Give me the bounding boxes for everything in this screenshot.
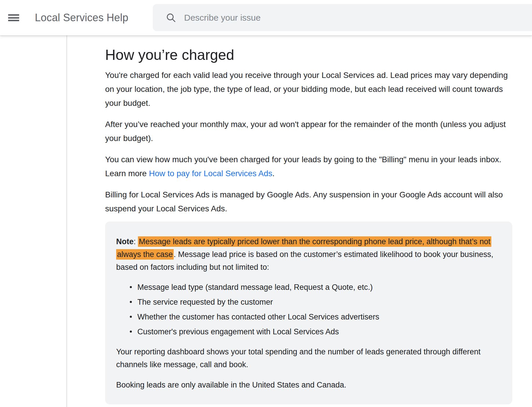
list-item: Whether the customer has contacted other… — [137, 311, 500, 323]
paragraph-billing-menu: You can view how much you've been charge… — [105, 153, 512, 181]
paragraph-monthly-max: After you’ve reached your monthly max, y… — [105, 117, 512, 145]
note-paragraph-reporting: Your reporting dashboard shows your tota… — [116, 345, 500, 371]
note-separator: : — [134, 237, 138, 246]
app-title: Local Services Help — [35, 12, 128, 24]
paragraph-billing-menu-period: . — [272, 169, 275, 178]
paragraph-charged: You're charged for each valid lead you r… — [105, 68, 512, 110]
note-bullet-list: Message lead type (standard message lead… — [116, 281, 500, 338]
how-to-pay-link[interactable]: How to pay for Local Services Ads — [149, 169, 272, 178]
app-header: Local Services Help — [0, 0, 532, 35]
list-item: Message lead type (standard message lead… — [137, 281, 500, 293]
note-lead: Note: Message leads are typically priced… — [116, 235, 500, 274]
list-item: Customer's previous engagement with Loca… — [137, 326, 500, 338]
search-bar[interactable] — [153, 4, 532, 31]
note-paragraph-booking: Booking leads are only available in the … — [116, 379, 500, 391]
menu-button[interactable] — [8, 14, 19, 21]
sidebar — [0, 35, 67, 407]
paragraph-google-ads: Billing for Local Services Ads is manage… — [105, 188, 512, 216]
page-title: How you’re charged — [105, 46, 512, 64]
search-icon — [166, 12, 177, 23]
note-box: Note: Message leads are typically priced… — [105, 222, 512, 404]
hamburger-icon — [8, 14, 19, 16]
search-input[interactable] — [184, 13, 445, 23]
list-item: The service requested by the customer — [137, 296, 500, 308]
main-content: How you’re charged You're charged for ea… — [105, 35, 512, 404]
note-label: Note — [116, 237, 134, 246]
